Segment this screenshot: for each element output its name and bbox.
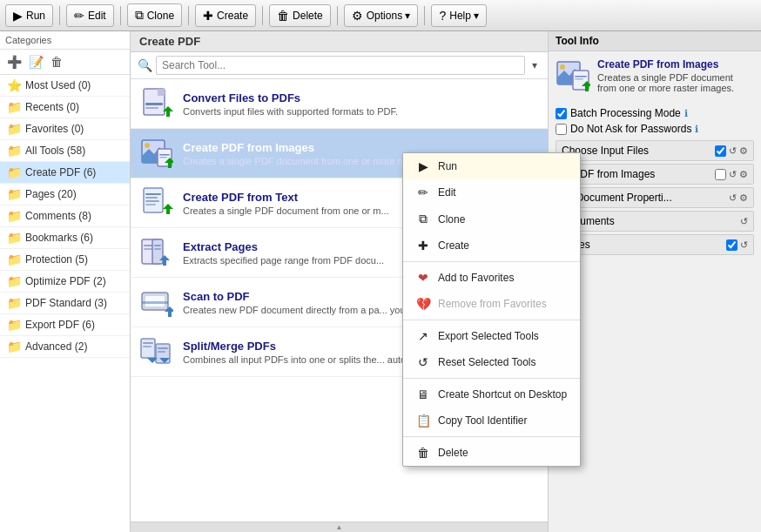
search-input[interactable] xyxy=(156,56,525,75)
sidebar-item-export-pdf[interactable]: 📁 Export PDF (6) xyxy=(0,314,130,336)
scroll-indicator: ▲ xyxy=(131,522,548,532)
context-run-label: Run xyxy=(438,160,457,172)
sidebar-item-advanced[interactable]: 📁 Advanced (2) xyxy=(0,336,130,358)
separator-3 xyxy=(188,6,189,25)
step-doc-props-reset[interactable]: ↺ xyxy=(729,192,737,204)
context-menu-edit[interactable]: ✏ Edit xyxy=(403,179,580,205)
comments-label: Comments (8) xyxy=(25,210,91,222)
context-menu-reset-tools[interactable]: ↺ Reset Selected Tools xyxy=(403,349,580,375)
context-menu-clone[interactable]: ⧉ Clone xyxy=(403,205,580,232)
step-choose-input-checkbox[interactable] xyxy=(715,145,726,157)
svg-rect-10 xyxy=(159,154,170,156)
help-icon: ? xyxy=(439,9,446,23)
batch-processing-row: Batch Processing Mode ℹ xyxy=(556,107,754,119)
add-category-button[interactable]: ➕ xyxy=(5,53,24,71)
context-menu-copy-id[interactable]: 📋 Copy Tool Identifier xyxy=(403,407,580,434)
create-pdf-images-icon xyxy=(140,137,173,170)
search-dropdown-arrow[interactable]: ▾ xyxy=(529,57,541,73)
steps-section: Choose Input Files ↺ ⚙ te PDF from Image… xyxy=(556,140,754,255)
context-delete-icon: 🗑 xyxy=(415,446,431,460)
svg-rect-24 xyxy=(144,248,152,250)
context-menu-delete[interactable]: 🗑 Delete xyxy=(403,440,580,466)
context-shortcut-icon: 🖥 xyxy=(415,387,431,401)
sidebar-item-favorites[interactable]: 📁 Favorites (0) xyxy=(0,118,130,140)
help-button[interactable]: ? Help ▾ xyxy=(431,4,487,27)
context-menu-create[interactable]: ✚ Create xyxy=(403,232,580,259)
separator-4 xyxy=(262,6,263,25)
svg-rect-2 xyxy=(145,103,163,105)
menu-separator-1 xyxy=(403,261,580,262)
main-container: Categories ➕ 📝 🗑 ⭐ Most Used (0) 📁 Recen… xyxy=(0,31,761,532)
step-r-files-checkbox[interactable] xyxy=(726,239,737,251)
context-menu-shortcut[interactable]: 🖥 Create Shortcut on Desktop xyxy=(403,381,580,407)
sidebar-item-recents[interactable]: 📁 Recents (0) xyxy=(0,97,130,118)
context-menu-run[interactable]: ▶ Run xyxy=(403,153,580,179)
sidebar-item-pages[interactable]: 📁 Pages (20) xyxy=(0,184,130,205)
context-export-tools-label: Export Selected Tools xyxy=(438,330,539,342)
optimize-pdf-icon: 📁 xyxy=(7,274,22,288)
step-choose-input-reset[interactable]: ↺ xyxy=(729,145,737,157)
delete-category-button[interactable]: 🗑 xyxy=(49,53,64,71)
options-icon: ⚙ xyxy=(352,9,363,23)
step-choose-input-settings[interactable]: ⚙ xyxy=(739,145,748,157)
create-icon: ✚ xyxy=(203,9,213,23)
sidebar-item-comments[interactable]: 📁 Comments (8) xyxy=(0,205,130,227)
create-pdf-text-icon xyxy=(140,186,173,219)
extract-pages-icon-box xyxy=(139,235,174,270)
create-button[interactable]: ✚ Create xyxy=(195,4,256,27)
context-clone-label: Clone xyxy=(438,213,465,226)
content-header: Create PDF xyxy=(131,31,548,52)
tool-info-panel-header: Tool Info xyxy=(549,31,761,51)
step-pdf-images-checkbox[interactable] xyxy=(715,169,726,180)
do-not-ask-info-icon[interactable]: ℹ xyxy=(695,124,698,135)
context-reset-tools-icon: ↺ xyxy=(415,355,431,369)
rename-category-button[interactable]: 📝 xyxy=(27,53,45,71)
step-r-files-reset[interactable]: ↺ xyxy=(740,239,748,251)
create-pdf-text-icon-box xyxy=(139,185,174,220)
tool-info-card: Create PDF from Images Creates a single … xyxy=(556,58,754,100)
tool-info-title: Create PDF from Images xyxy=(597,58,754,71)
context-menu-add-favorites[interactable]: ❤ Add to Favorites xyxy=(403,265,580,291)
tool-item-convert-files[interactable]: Convert Files to PDFs Converts input fil… xyxy=(131,79,548,129)
run-button[interactable]: ▶ Run xyxy=(5,4,53,27)
batch-processing-checkbox[interactable] xyxy=(556,108,567,119)
sidebar-item-most-used[interactable]: ⭐ Most Used (0) xyxy=(0,75,130,97)
svg-rect-39 xyxy=(158,351,165,353)
convert-files-icon xyxy=(140,87,173,120)
context-menu-remove-favorites[interactable]: 💔 Remove from Favorites xyxy=(403,291,580,317)
split-merge-icon-box xyxy=(139,334,174,369)
edit-button[interactable]: ✏ Edit xyxy=(66,4,114,27)
context-menu-export-tools[interactable]: ↗ Export Selected Tools xyxy=(403,323,580,349)
toolbar: ▶ Run ✏ Edit ⧉ Clone ✚ Create 🗑 Delete ⚙… xyxy=(0,0,761,31)
advanced-icon: 📁 xyxy=(7,340,22,354)
run-label: Run xyxy=(26,10,45,22)
favorites-label: Favorites (0) xyxy=(25,123,84,135)
delete-icon: 🗑 xyxy=(277,9,289,23)
sidebar-item-all-tools[interactable]: 📁 All Tools (58) xyxy=(0,140,130,162)
do-not-ask-checkbox[interactable] xyxy=(556,124,567,135)
edit-label: Edit xyxy=(88,10,106,22)
sidebar-item-optimize-pdf[interactable]: 📁 Optimize PDF (2) xyxy=(0,271,130,293)
separator-5 xyxy=(337,6,338,25)
sidebar-item-protection[interactable]: 📁 Protection (5) xyxy=(0,249,130,271)
convert-files-icon-box xyxy=(139,86,174,121)
context-edit-icon: ✏ xyxy=(415,185,431,199)
step-documents: Documents ↺ xyxy=(556,211,754,232)
batch-processing-info-icon[interactable]: ℹ xyxy=(684,108,688,119)
sidebar-item-bookmarks[interactable]: 📁 Bookmarks (6) xyxy=(0,227,130,249)
clone-button[interactable]: ⧉ Clone xyxy=(127,3,182,27)
step-documents-reset[interactable]: ↺ xyxy=(740,216,748,227)
create-pdf-icon: 📁 xyxy=(7,165,22,179)
step-pdf-images-reset[interactable]: ↺ xyxy=(729,169,737,180)
context-add-favorites-icon: ❤ xyxy=(415,271,431,285)
sidebar-item-create-pdf[interactable]: 📁 Create PDF (6) xyxy=(0,162,130,184)
options-button[interactable]: ⚙ Options ▾ xyxy=(344,4,419,27)
svg-rect-26 xyxy=(154,248,161,250)
step-pdf-from-images-actions: ↺ ⚙ xyxy=(715,169,748,180)
sidebar-item-pdf-standard[interactable]: 📁 PDF Standard (3) xyxy=(0,293,130,314)
scroll-arrow-down: ▲ xyxy=(336,523,343,531)
step-doc-props-settings[interactable]: ⚙ xyxy=(739,192,748,204)
step-pdf-images-settings[interactable]: ⚙ xyxy=(739,169,748,180)
delete-button[interactable]: 🗑 Delete xyxy=(269,4,331,27)
options-label: Options ▾ xyxy=(367,10,411,22)
